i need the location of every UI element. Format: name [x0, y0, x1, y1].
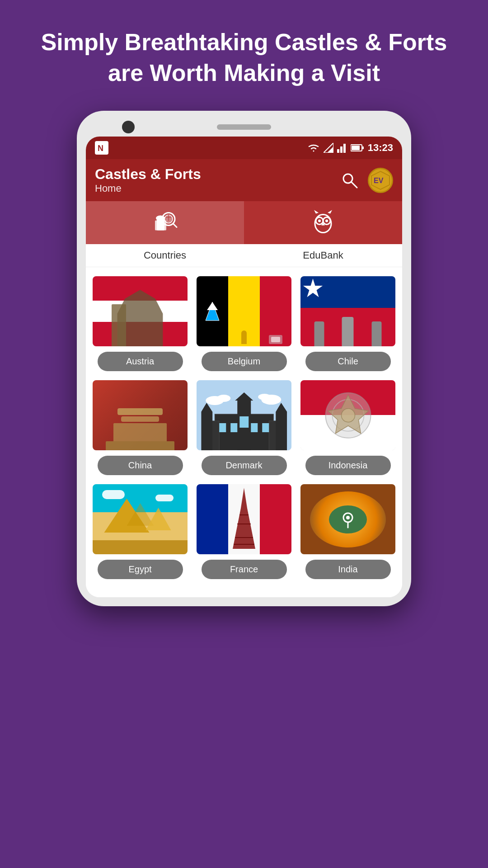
- app-bar: Castles & Forts Home EV: [86, 159, 402, 201]
- austria-image: [93, 276, 188, 346]
- svg-marker-28: [314, 210, 319, 214]
- svg-rect-8: [362, 146, 364, 149]
- svg-point-26: [325, 220, 328, 222]
- notification-icon: N: [95, 141, 108, 155]
- country-label: Denmark: [202, 456, 287, 475]
- app-title: Castles & Forts: [95, 166, 201, 183]
- wifi-icon: [307, 143, 320, 153]
- svg-point-25: [318, 220, 321, 222]
- countries-tab-icon: [151, 208, 178, 235]
- egypt-image: [93, 484, 188, 554]
- svg-point-65: [346, 516, 350, 519]
- svg-point-53: [341, 409, 355, 422]
- tab-edubank[interactable]: [244, 201, 402, 244]
- phone-device: N: [77, 111, 411, 606]
- svg-text:N: N: [98, 144, 103, 153]
- svg-rect-6: [343, 144, 346, 153]
- phone-screen: N: [86, 137, 402, 597]
- svg-line-11: [351, 182, 357, 188]
- search-button[interactable]: [341, 171, 359, 189]
- list-item[interactable]: Egypt: [93, 484, 188, 579]
- status-bar: N: [86, 137, 402, 159]
- tab-countries[interactable]: [86, 201, 244, 244]
- list-item[interactable]: Chile: [300, 276, 395, 371]
- svg-marker-31: [207, 302, 218, 310]
- svg-rect-41: [219, 423, 226, 432]
- edubank-tab-icon: [310, 208, 337, 235]
- svg-marker-57: [241, 488, 247, 508]
- list-item[interactable]: Denmark: [197, 380, 291, 475]
- list-item[interactable]: Austria: [93, 276, 188, 371]
- svg-rect-4: [337, 149, 339, 153]
- svg-point-47: [217, 395, 230, 402]
- tab-bar: [86, 201, 402, 244]
- list-item[interactable]: France: [197, 484, 291, 579]
- battery-icon: [351, 144, 364, 152]
- country-label: Chile: [305, 352, 391, 371]
- app-subtitle: Home: [95, 183, 201, 194]
- france-image: [197, 484, 291, 554]
- country-label: India: [305, 560, 391, 579]
- signal-triangle-icon: [324, 143, 333, 153]
- countries-label[interactable]: Countries: [86, 244, 244, 267]
- svg-marker-40: [235, 392, 253, 401]
- indonesia-image: [300, 380, 395, 450]
- svg-marker-59: [233, 531, 255, 549]
- list-item[interactable]: China: [93, 380, 188, 475]
- ev-badge[interactable]: EV: [368, 168, 393, 193]
- status-bar-right: 13:23: [307, 142, 393, 154]
- svg-marker-29: [328, 210, 332, 214]
- signal-bars-icon: [337, 143, 347, 153]
- app-bar-actions: EV: [341, 168, 393, 193]
- phone-notch: [86, 120, 402, 137]
- phone-speaker: [217, 124, 271, 130]
- tab-labels: Countries EduBank: [86, 244, 402, 267]
- svg-marker-3: [327, 146, 333, 153]
- svg-rect-37: [276, 412, 287, 450]
- svg-rect-45: [239, 416, 249, 428]
- india-image: [300, 484, 395, 554]
- svg-rect-44: [262, 423, 269, 432]
- svg-rect-35: [201, 412, 212, 450]
- country-label: Belgium: [202, 352, 287, 371]
- country-label: Indonesia: [305, 456, 391, 475]
- app-bar-title: Castles & Forts Home: [95, 166, 201, 194]
- svg-rect-42: [230, 423, 237, 432]
- svg-point-49: [258, 394, 271, 400]
- country-grid: Austria: [93, 276, 395, 579]
- country-label: Egypt: [98, 560, 183, 579]
- country-label: Austria: [98, 352, 183, 371]
- status-time: 13:23: [368, 142, 393, 154]
- svg-rect-9: [352, 146, 360, 150]
- svg-text:EV: EV: [374, 177, 384, 184]
- country-label: France: [202, 560, 287, 579]
- svg-marker-38: [276, 403, 287, 412]
- svg-marker-58: [236, 508, 252, 531]
- content-area: Austria: [86, 267, 402, 597]
- belgium-image: [197, 276, 291, 346]
- edubank-label[interactable]: EduBank: [244, 244, 402, 267]
- svg-rect-43: [251, 423, 258, 432]
- denmark-image: [197, 380, 291, 450]
- list-item[interactable]: Indonesia: [300, 380, 395, 475]
- ev-logo: EV: [371, 170, 390, 190]
- country-label: China: [98, 456, 183, 475]
- map-pin-icon: [339, 510, 357, 528]
- china-image: [93, 380, 188, 450]
- svg-rect-5: [340, 146, 343, 153]
- list-item[interactable]: India: [300, 484, 395, 579]
- list-item[interactable]: Belgium: [197, 276, 291, 371]
- svg-line-19: [173, 224, 177, 227]
- status-bar-left: N: [95, 141, 108, 155]
- page-headline: Simply Breathtaking Castles & Forts are …: [0, 0, 488, 111]
- chile-image: [300, 276, 395, 346]
- front-camera: [122, 121, 135, 133]
